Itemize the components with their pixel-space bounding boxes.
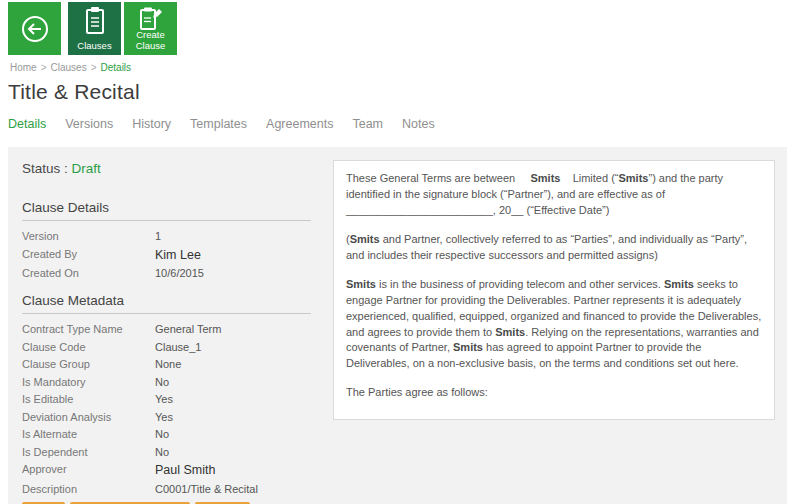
field-label: Clause Group [22,358,155,370]
table-row: Created ByKim Lee [22,248,322,262]
table-row: ApproverPaul Smith [22,463,322,477]
breadcrumb: Home>Clauses>Details [10,62,131,73]
table-row: Is AlternateNo [22,428,322,440]
clauses-tile-label: Clauses [68,41,121,52]
command-tiles: Clauses Create Clause [8,2,177,55]
field-label: Created On [22,267,155,279]
back-button[interactable] [8,2,61,55]
breadcrumb-item-clauses[interactable]: Clauses [51,62,87,73]
field-value: Paul Smith [155,463,215,477]
clauses-tile-button[interactable]: Clauses [68,2,121,55]
table-row: Is MandatoryNo [22,376,322,388]
status-line: Status : Draft [22,161,322,176]
tab-agreements[interactable]: Agreements [266,117,333,131]
table-row: Is EditableYes [22,393,322,405]
field-label: Version [22,230,155,242]
breadcrumb-item-details: Details [101,62,132,73]
field-value: None [155,358,181,370]
tab-history[interactable]: History [132,117,171,131]
field-value: General Term [155,323,221,335]
section-divider [22,220,311,221]
field-value: Yes [155,393,173,405]
field-label: Is Editable [22,393,155,405]
clipboard-icon [68,6,121,36]
field-label: Created By [22,248,155,262]
document-paragraph: The Parties agree as follows: [346,385,762,401]
breadcrumb-separator: > [41,62,47,73]
clipboard-pencil-icon [124,6,177,32]
breadcrumb-item-home[interactable]: Home [10,62,37,73]
details-panel: Status : Draft Clause DetailsVersion1Cre… [8,147,787,504]
section-title: Clause Metadata [22,293,322,308]
status-label: Status : [22,161,68,176]
table-row: DescriptionC0001/Title & Recital [22,483,322,495]
table-row: Version1 [22,230,322,242]
clause-info-column: Status : Draft Clause DetailsVersion1Cre… [22,161,322,504]
tab-notes[interactable]: Notes [402,117,435,131]
field-label: Deviation Analysis [22,411,155,423]
table-row: Clause GroupNone [22,358,322,370]
field-label: Is Alternate [22,428,155,440]
field-value: Yes [155,411,173,423]
field-value: C0001/Title & Recital [155,483,258,495]
table-row: Deviation AnalysisYes [22,411,322,423]
table-row: Created On10/6/2015 [22,267,322,279]
field-label: Clause Code [22,341,155,353]
field-label: Contract Type Name [22,323,155,335]
tab-team[interactable]: Team [352,117,383,131]
field-value: 1 [155,230,161,242]
field-label: Description [22,483,155,495]
clause-details-page: Clauses Create Clause Home>Clauses>Detai… [0,0,800,504]
tab-versions[interactable]: Versions [65,117,113,131]
field-value: No [155,376,169,388]
field-value: No [155,428,169,440]
create-clause-tile-label: Create Clause [124,30,177,52]
page-title: Title & Recital [8,80,140,104]
field-label: Is Mandatory [22,376,155,388]
field-value: Kim Lee [155,248,201,262]
section-title: Clause Details [22,200,322,215]
field-label: Is Dependent [22,446,155,458]
field-label: Approver [22,463,155,477]
breadcrumb-separator: > [91,62,97,73]
status-badge: Draft [72,161,101,176]
create-clause-tile-button[interactable]: Create Clause [124,2,177,55]
table-row: Clause CodeClause_1 [22,341,322,353]
clause-text-preview: These General Terms are between Smits Li… [333,160,775,420]
field-value: 10/6/2015 [155,267,204,279]
tab-details[interactable]: Details [8,117,46,131]
document-paragraph: (Smits and Partner, collectively referre… [346,232,762,264]
document-paragraph: These General Terms are between Smits Li… [346,171,762,219]
table-row: Contract Type NameGeneral Term [22,323,322,335]
table-row: Is DependentNo [22,446,322,458]
back-arrow-icon [8,2,61,55]
tab-templates[interactable]: Templates [190,117,247,131]
section-divider [22,313,311,314]
metadata-sections: Clause DetailsVersion1Created ByKim LeeC… [22,200,322,495]
tab-bar: DetailsVersionsHistoryTemplatesAgreement… [8,117,435,131]
document-paragraph: Smits is in the business of providing te… [346,277,762,373]
field-value: No [155,446,169,458]
field-value: Clause_1 [155,341,201,353]
